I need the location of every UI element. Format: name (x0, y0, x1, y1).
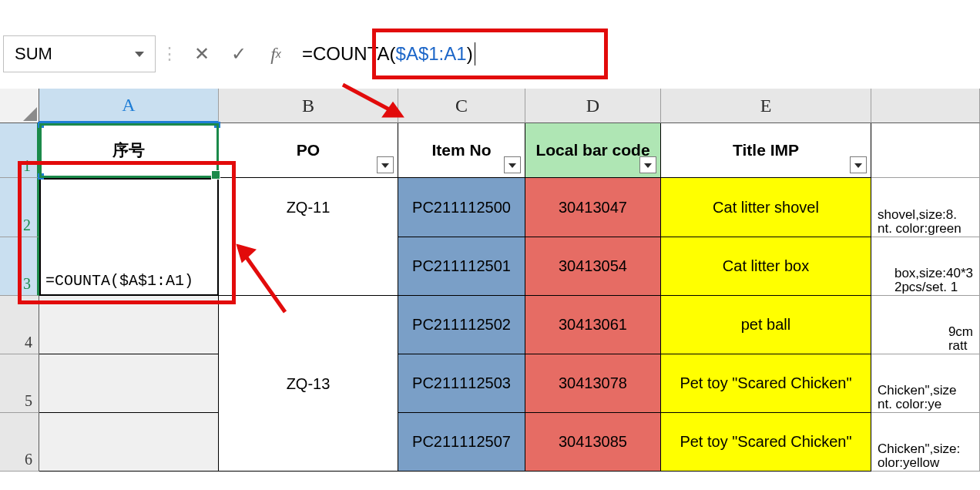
filter-dropdown-icon[interactable] (639, 156, 656, 173)
label: Item No (431, 141, 491, 159)
cell-D3[interactable]: 30413054 (525, 237, 661, 296)
svg-marker-3 (239, 247, 253, 260)
label: 30413085 (559, 433, 627, 451)
filter-dropdown-icon[interactable] (850, 156, 867, 173)
label: PC211112503 (412, 374, 511, 392)
cell-A4[interactable] (39, 296, 219, 354)
label: PC211112500 (412, 199, 511, 216)
label: 30413061 (559, 316, 627, 334)
label: PC211112507 (412, 433, 511, 451)
label: 9cm ratt (948, 325, 973, 354)
cell-B6[interactable] (219, 413, 398, 472)
cell-F5[interactable]: Chicken",size nt. color:ye (871, 354, 980, 413)
formula-text-pre: =COUNTA( (302, 43, 396, 65)
cell-C3[interactable]: PC211112501 (398, 237, 525, 296)
label: PC211112502 (412, 316, 511, 334)
annotation-arrow-icon (231, 235, 293, 320)
field-header-D[interactable]: Local bar code (525, 123, 661, 178)
label: 30413047 (559, 199, 627, 216)
cell-D6[interactable]: 30413085 (525, 413, 661, 472)
cell-E5[interactable]: Pet toy "Scared Chicken" (661, 354, 871, 413)
label: Cat litter box (723, 257, 809, 275)
label: 30413054 (559, 257, 627, 275)
column-header-D[interactable]: D (525, 89, 661, 123)
table-row: 6 PC211112507 30413085 Pet toy "Scared C… (0, 413, 980, 472)
label: Local bar code (535, 141, 649, 159)
cell-C4[interactable]: PC211112502 (398, 296, 525, 354)
label: Chicken",size nt. color:ye (878, 384, 956, 412)
cell-B5[interactable]: ZQ-13 (219, 354, 398, 413)
cell-A5[interactable] (39, 354, 219, 413)
chevron-down-icon[interactable] (135, 52, 144, 57)
insert-function-button[interactable]: fx (257, 35, 294, 72)
name-box[interactable]: SUM (3, 35, 156, 72)
filter-dropdown-icon[interactable] (377, 156, 394, 173)
label: ZQ-13 (287, 375, 331, 393)
field-header-A[interactable]: 序号 (39, 123, 219, 178)
annotation-arrow-icon (331, 77, 408, 123)
text-cursor-icon (475, 42, 475, 65)
field-header-C[interactable]: Item No (398, 123, 525, 178)
cell-A6[interactable] (39, 413, 219, 472)
row-header-6[interactable]: 6 (0, 413, 39, 472)
cell-D4[interactable]: 30413061 (525, 296, 661, 354)
cell-A2[interactable] (39, 178, 219, 237)
label: 30413078 (559, 374, 627, 392)
formula-bar: SUM ⋮ ✕ ✓ fx =COUNTA($A$1:A1) (3, 35, 977, 72)
separator-icon: ⋮ (156, 35, 183, 72)
field-header-B[interactable]: PO (219, 123, 398, 178)
cell-E6[interactable]: Pet toy "Scared Chicken" (661, 413, 871, 472)
cell-E2[interactable]: Cat litter shovel (661, 178, 871, 237)
label: box,size:40*3 2pcs/set. 1 (894, 267, 973, 295)
cell-A3[interactable] (39, 237, 219, 296)
table-row: 3 PC211112501 30413054 Cat litter box bo… (0, 237, 980, 296)
column-header-C[interactable]: C (398, 89, 525, 123)
row-header-3[interactable]: 3 (0, 237, 39, 296)
cell-D2[interactable]: 30413047 (525, 178, 661, 237)
row-header-5[interactable]: 5 (0, 354, 39, 413)
table-row: 4 PC211112502 30413061 pet ball 9cm ratt (0, 296, 980, 354)
select-all-corner[interactable] (0, 89, 39, 123)
label: PO (297, 141, 320, 159)
label: shovel,size:8. nt. color:green (878, 208, 962, 237)
column-headers-row: A B C D E (0, 89, 980, 123)
accept-formula-button[interactable]: ✓ (220, 35, 257, 72)
label: Title IMP (733, 141, 799, 159)
label: Chicken",size: olor:yellow (878, 442, 960, 471)
row-header-2[interactable]: 2 (0, 178, 39, 237)
table-row: 2 ZQ-11 PC211112500 30413047 Cat litter … (0, 178, 980, 237)
label: PC211112501 (412, 257, 511, 275)
cell-F6[interactable]: Chicken",size: olor:yellow (871, 413, 980, 472)
cell[interactable] (871, 123, 980, 178)
filter-dropdown-icon[interactable] (504, 156, 521, 173)
formula-text-post: ) (467, 43, 473, 65)
column-header-E[interactable]: E (661, 89, 871, 123)
label: Cat litter shovel (713, 199, 819, 216)
cell-E3[interactable]: Cat litter box (661, 237, 871, 296)
column-header-A[interactable]: A (39, 89, 219, 123)
label: 序号 (112, 139, 145, 161)
label: Pet toy "Scared Chicken" (680, 433, 851, 451)
cell-B2[interactable]: ZQ-11 (219, 178, 398, 237)
spreadsheet-grid[interactable]: A B C D E 1 序号 PO Item No Local bar code (0, 89, 980, 490)
cell-F4[interactable]: 9cm ratt (871, 296, 980, 354)
table-row: 5 ZQ-13 PC211112503 30413078 Pet toy "Sc… (0, 354, 980, 413)
cell-C5[interactable]: PC211112503 (398, 354, 525, 413)
formula-input[interactable]: =COUNTA($A$1:A1) (294, 35, 977, 72)
cell-D5[interactable]: 30413078 (525, 354, 661, 413)
column-header-F[interactable] (871, 89, 980, 123)
label: ZQ-11 (287, 199, 331, 216)
row-header-1[interactable]: 1 (0, 123, 39, 178)
table-row: 1 序号 PO Item No Local bar code Title IMP (0, 123, 980, 178)
cell-E4[interactable]: pet ball (661, 296, 871, 354)
field-header-E[interactable]: Title IMP (661, 123, 871, 178)
row-header-4[interactable]: 4 (0, 296, 39, 354)
label: pet ball (741, 316, 791, 334)
formula-cell-ref: $A$1:A1 (396, 43, 467, 65)
cell-F2[interactable]: shovel,size:8. nt. color:green (871, 178, 980, 237)
cell-C6[interactable]: PC211112507 (398, 413, 525, 472)
cell-C2[interactable]: PC211112500 (398, 178, 525, 237)
name-box-value: SUM (15, 44, 52, 64)
cell-F3[interactable]: box,size:40*3 2pcs/set. 1 (871, 237, 980, 296)
cancel-formula-button[interactable]: ✕ (183, 35, 220, 72)
